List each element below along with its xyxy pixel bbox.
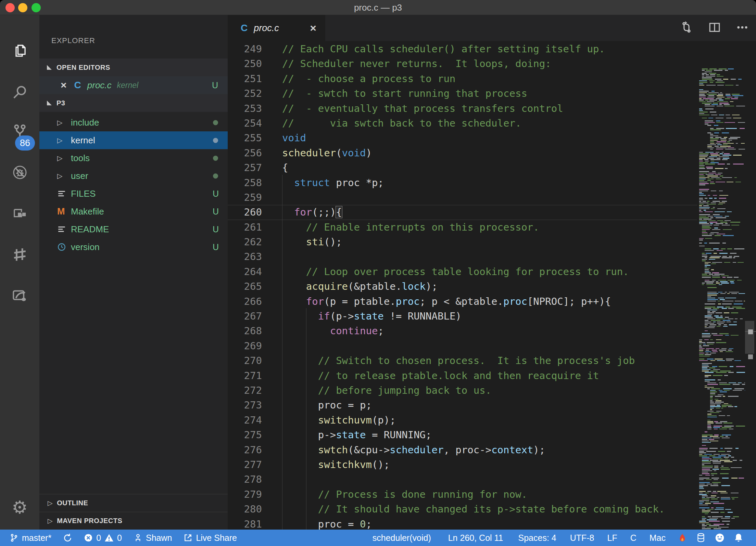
tree-item-label: version [71, 242, 100, 252]
tree-item-tools[interactable]: ▷tools [39, 149, 228, 167]
code-line-258[interactable]: 258 struct proc *p; [228, 176, 697, 190]
tree-item-readme[interactable]: READMEU [39, 220, 228, 238]
line-number: 254 [228, 116, 262, 131]
code-line-252[interactable]: 252// - swtch to start running that proc… [228, 86, 697, 101]
line-number: 270 [228, 353, 262, 368]
encoding-setting[interactable]: UTF-8 [570, 533, 594, 543]
code-line-269[interactable]: 269 [228, 339, 697, 353]
code-line-281[interactable]: 281 proc = 0; [228, 517, 697, 530]
code-line-256[interactable]: 256scheduler(void) [228, 146, 697, 160]
code-line-267[interactable]: 267 if(p->state != RUNNABLE) [228, 309, 697, 324]
code-line-271[interactable]: 271 // to release ptable.lock and then r… [228, 368, 697, 383]
project-section-header[interactable]: P3 [39, 94, 228, 112]
code-line-263[interactable]: 263 [228, 249, 697, 264]
live-share-label: Live Share [196, 533, 237, 543]
extensions-icon[interactable] [0, 197, 39, 230]
scrollbar-thumb[interactable] [745, 321, 754, 354]
code-line-275[interactable]: 275 p->state = RUNNING; [228, 428, 697, 442]
editor-scrollbar[interactable] [745, 67, 756, 530]
code-line-261[interactable]: 261 // Enable interrupts on this process… [228, 220, 697, 235]
code-text: // Scheduler never returns. It loops, do… [282, 56, 551, 71]
code-line-279[interactable]: 279 // Process is done running for now. [228, 487, 697, 502]
user-item[interactable]: Shawn [134, 533, 172, 543]
code-line-253[interactable]: 253// - eventually that process transfer… [228, 101, 697, 116]
open-editor-folder: kernel [117, 81, 139, 90]
line-number: 257 [228, 160, 262, 175]
code-line-273[interactable]: 273 proc = p; [228, 398, 697, 413]
code-line-259[interactable]: 259 [228, 190, 697, 205]
tree-item-user[interactable]: ▷user [39, 167, 228, 185]
tab-proc-c[interactable]: C proc.c × [228, 15, 325, 41]
code-text: // via swtch back to the scheduler. [282, 116, 521, 131]
minimap[interactable] [697, 67, 745, 530]
tree-item-files[interactable]: FILESU [39, 185, 228, 203]
code-line-255[interactable]: 255void [228, 131, 697, 145]
code-line-257[interactable]: 257{ [228, 160, 697, 175]
more-actions-icon[interactable] [736, 21, 748, 35]
live-share-activity-icon[interactable] [0, 279, 39, 312]
twisty-collapsed-icon: ▷ [48, 499, 53, 507]
maven-projects-section-header[interactable]: ▷ MAVEN PROJECTS [39, 512, 228, 530]
editor-group: C proc.c × [228, 15, 756, 530]
code-line-274[interactable]: 274 switchuvm(p); [228, 413, 697, 428]
close-editor-icon[interactable]: × [61, 79, 67, 91]
indentation-setting[interactable]: Spaces: 4 [518, 533, 556, 543]
open-editors-header[interactable]: OPEN EDITORS [39, 58, 228, 76]
smiley-feedback-icon[interactable] [715, 533, 724, 543]
tree-item-include[interactable]: ▷include [39, 114, 228, 131]
debug-icon[interactable] [0, 156, 39, 189]
tab-close-icon[interactable]: × [310, 22, 316, 35]
code-text: struct proc *p; [282, 176, 384, 190]
c-file-icon: C [74, 80, 81, 91]
list-file-icon [57, 189, 67, 198]
line-number: 278 [228, 472, 262, 487]
code-line-250[interactable]: 250// Scheduler never returns. It loops,… [228, 56, 697, 71]
errors-item[interactable]: 0 [84, 533, 101, 543]
code-line-280[interactable]: 280 // It should have changed its p->sta… [228, 502, 697, 517]
language-mode[interactable]: C [630, 533, 637, 543]
tree-item-version[interactable]: versionU [39, 238, 228, 256]
tree-item-makefile[interactable]: MMakefileU [39, 203, 228, 220]
sync-changes-icon[interactable] [63, 533, 72, 543]
code-line-270[interactable]: 270 // Switch to chosen process. It is t… [228, 353, 697, 368]
tree-item-kernel[interactable]: ▷kernel [39, 131, 228, 149]
code-editor[interactable]: 249// Each CPU calls scheduler() after s… [228, 41, 756, 530]
code-text: sti(); [282, 235, 342, 249]
code-line-265[interactable]: 265 acquire(&ptable.lock); [228, 279, 697, 294]
current-symbol[interactable]: scheduler(void) [373, 533, 431, 543]
code-line-264[interactable]: 264 // Loop over process table looking f… [228, 264, 697, 279]
code-line-251[interactable]: 251// - choose a process to run [228, 72, 697, 86]
live-share-item[interactable]: Live Share [184, 533, 237, 543]
code-line-276[interactable]: 276 swtch(&cpu->scheduler, proc->context… [228, 443, 697, 457]
notifications-bell-icon[interactable] [734, 533, 743, 543]
line-number: 251 [228, 72, 262, 86]
open-editor-item-proc-c[interactable]: × C proc.c kernel U [39, 76, 228, 94]
code-line-268[interactable]: 268 continue; [228, 324, 697, 338]
synchronize-changes-icon[interactable] [680, 21, 693, 35]
code-line-249[interactable]: 249// Each CPU calls scheduler() after s… [228, 42, 697, 56]
database-icon[interactable] [696, 533, 705, 543]
eol-setting[interactable]: LF [607, 533, 617, 543]
split-editor-icon[interactable] [709, 22, 720, 35]
code-line-266[interactable]: 266 for(p = ptable.proc; p < &ptable.pro… [228, 294, 697, 309]
code-line-260[interactable]: 260 for(;;){ [228, 205, 697, 220]
git-branch-item[interactable]: master* [10, 533, 51, 543]
search-icon[interactable] [0, 76, 39, 108]
code-line-278[interactable]: 278 [228, 472, 697, 487]
git-untracked-badge: U [213, 207, 219, 217]
settings-gear-icon[interactable]: ⚙ [0, 491, 39, 524]
cursor-position[interactable]: Ln 260, Col 11 [448, 533, 503, 543]
platform-label[interactable]: Mac [650, 533, 666, 543]
code-line-262[interactable]: 262 sti(); [228, 235, 697, 249]
file-tree: ▷include▷kernel▷tools▷userFILESUMMakefil… [39, 114, 228, 256]
source-control-icon[interactable]: 86 [0, 115, 39, 148]
code-line-277[interactable]: 277 switchkvm(); [228, 457, 697, 472]
outline-section-header[interactable]: ▷ OUTLINE [39, 494, 228, 512]
code-line-254[interactable]: 254// via swtch back to the scheduler. [228, 116, 697, 131]
warnings-item[interactable]: 0 [104, 533, 122, 543]
code-line-272[interactable]: 272 // before jumping back to us. [228, 383, 697, 398]
flame-icon[interactable] [678, 533, 687, 543]
hash-icon[interactable] [0, 238, 39, 271]
code-text: proc = 0; [282, 517, 372, 530]
explorer-icon[interactable] [0, 35, 39, 67]
